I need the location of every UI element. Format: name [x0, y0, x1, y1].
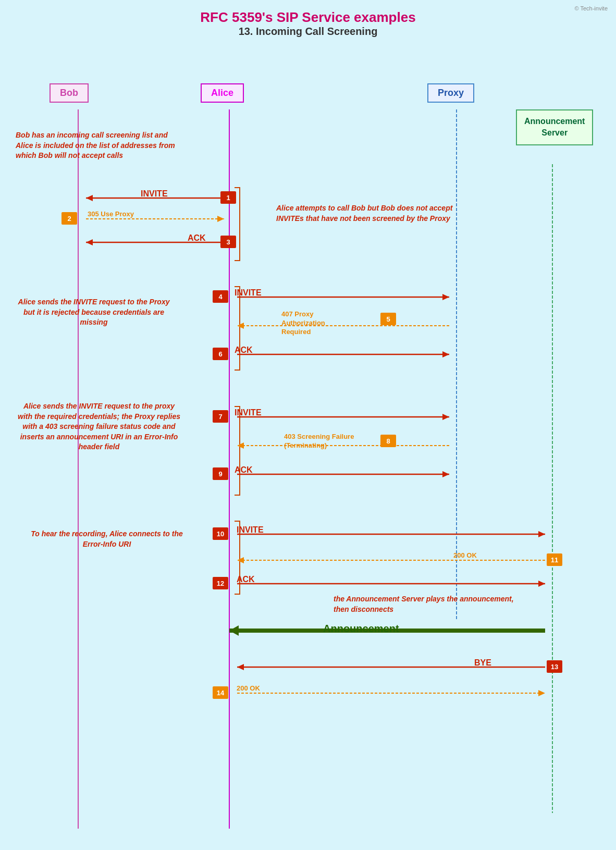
- label-ack-9: ACK: [235, 465, 253, 475]
- annotation-intro: Bob has an incoming call screening list …: [16, 130, 182, 161]
- svg-marker-19: [237, 442, 244, 449]
- seq-10: 10: [213, 527, 228, 540]
- participant-proxy: Proxy: [427, 83, 474, 103]
- header-title: RFC 5359's SIP Service examples: [0, 9, 616, 26]
- participant-announcement-server: AnnouncementServer: [516, 109, 593, 145]
- copyright: © Tech-invite: [574, 5, 608, 11]
- label-invite-4: INVITE: [235, 288, 262, 298]
- seq-5: 5: [380, 313, 396, 325]
- svg-marker-17: [442, 414, 449, 420]
- label-305: 305 Use Proxy: [88, 210, 134, 218]
- seq-6: 6: [213, 348, 228, 360]
- svg-marker-23: [538, 531, 545, 537]
- seq-2: 2: [61, 212, 77, 225]
- seq-9: 9: [213, 467, 228, 480]
- svg-marker-27: [538, 581, 545, 587]
- annotation-step10-left: To hear the recording, Alice connects to…: [26, 529, 188, 549]
- label-ack-12: ACK: [237, 575, 255, 584]
- header-subtitle: 13. Incoming Call Screening: [0, 26, 616, 38]
- label-407: 407 ProxyAuthorizationRequired: [281, 310, 325, 337]
- seq-13: 13: [547, 660, 562, 673]
- svg-marker-33: [538, 690, 545, 696]
- svg-marker-21: [442, 471, 449, 477]
- annotation-step11-right: the Announcement Server plays the announ…: [334, 594, 521, 614]
- seq-1: 1: [220, 191, 236, 204]
- participant-bob: Bob: [50, 83, 89, 103]
- svg-marker-9: [86, 239, 93, 245]
- label-invite-10: INVITE: [237, 525, 264, 535]
- annotation-step7-left: Alice sends the INVITE request to the pr…: [16, 401, 182, 452]
- seq-14: 14: [213, 686, 228, 699]
- label-ack-6: ACK: [235, 346, 253, 355]
- svg-marker-25: [237, 557, 244, 563]
- label-invite-1: INVITE: [141, 189, 168, 199]
- seq-8: 8: [380, 435, 396, 447]
- diagram: Bob Alice Proxy AnnouncementServer: [0, 42, 616, 839]
- label-200ok-11: 200 OK: [453, 551, 477, 559]
- header: RFC 5359's SIP Service examples 13. Inco…: [0, 0, 616, 42]
- annotation-step1-right: Alice attempts to call Bob but Bob does …: [276, 203, 453, 224]
- svg-marker-15: [442, 351, 449, 358]
- svg-marker-13: [237, 323, 244, 329]
- svg-marker-5: [86, 195, 93, 201]
- annotation-step4-left: Alice sends the INVITE request to the Pr…: [16, 297, 172, 328]
- svg-marker-7: [217, 216, 224, 222]
- label-announcement: Announcement: [323, 623, 399, 635]
- page-container: RFC 5359's SIP Service examples 13. Inco…: [0, 0, 616, 850]
- label-ack-3: ACK: [188, 233, 206, 243]
- label-bye-13: BYE: [474, 658, 491, 668]
- seq-3: 3: [220, 236, 236, 248]
- svg-marker-11: [442, 294, 449, 300]
- seq-12: 12: [213, 577, 228, 589]
- label-200ok-14: 200 OK: [237, 684, 260, 692]
- label-invite-7: INVITE: [235, 408, 262, 417]
- label-403: 403 Screening Failure(Terminating): [284, 433, 354, 450]
- seq-11: 11: [547, 553, 562, 566]
- seq-7: 7: [213, 410, 228, 423]
- svg-marker-29: [229, 625, 239, 636]
- seq-4: 4: [213, 290, 228, 303]
- participant-alice: Alice: [201, 83, 244, 103]
- svg-marker-31: [237, 664, 244, 670]
